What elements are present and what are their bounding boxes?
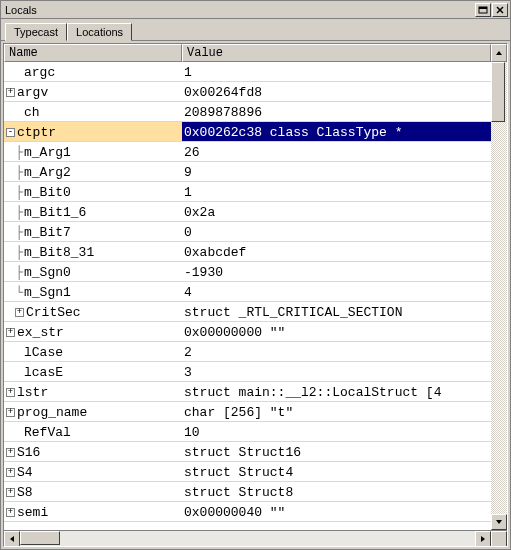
name-cell[interactable]: +lstr: [4, 382, 182, 401]
scroll-up-button[interactable]: [491, 44, 507, 62]
column-header-value[interactable]: Value: [182, 44, 491, 62]
tree-branch-icon: ├: [15, 225, 24, 240]
expand-icon[interactable]: +: [6, 508, 15, 517]
expand-icon[interactable]: +: [6, 328, 15, 337]
value-cell[interactable]: 0x00000000 "": [182, 322, 491, 341]
vscroll-thumb[interactable]: [491, 62, 505, 122]
expand-icon[interactable]: +: [6, 388, 15, 397]
value-cell[interactable]: 9: [182, 162, 491, 181]
table-row[interactable]: -ctptr0x00262c38 class ClassType *: [4, 122, 491, 142]
value-cell[interactable]: struct Struct8: [182, 482, 491, 501]
name-cell[interactable]: +S4: [4, 462, 182, 481]
value-cell[interactable]: 1: [182, 62, 491, 81]
value-cell[interactable]: 26: [182, 142, 491, 161]
table-row[interactable]: +S16struct Struct16: [4, 442, 491, 462]
value-cell[interactable]: 0x00264fd8: [182, 82, 491, 101]
name-cell[interactable]: +S8: [4, 482, 182, 501]
value-cell[interactable]: struct Struct4: [182, 462, 491, 481]
value-cell[interactable]: 1: [182, 182, 491, 201]
expand-icon[interactable]: +: [6, 408, 15, 417]
table-row[interactable]: +semi0x00000040 "": [4, 502, 491, 522]
name-cell[interactable]: +ex_str: [4, 322, 182, 341]
name-cell[interactable]: ch: [4, 102, 182, 121]
expand-icon[interactable]: +: [6, 448, 15, 457]
scroll-left-button[interactable]: [4, 531, 20, 547]
vertical-scrollbar[interactable]: [491, 62, 507, 530]
column-header-name[interactable]: Name: [4, 44, 182, 62]
table-row[interactable]: ├m_Bit8_310xabcdef: [4, 242, 491, 262]
tree-indent: [6, 425, 15, 440]
name-cell[interactable]: RefVal: [4, 422, 182, 441]
table-row[interactable]: ├m_Bit01: [4, 182, 491, 202]
value-cell[interactable]: 0x00262c38 class ClassType *: [182, 122, 491, 141]
name-cell[interactable]: ├m_Bit7: [4, 222, 182, 241]
expand-icon[interactable]: +: [6, 488, 15, 497]
table-row[interactable]: ch2089878896: [4, 102, 491, 122]
dock-button[interactable]: [475, 3, 491, 17]
table-row[interactable]: └m_Sgn14: [4, 282, 491, 302]
table-row[interactable]: lCase2: [4, 342, 491, 362]
name-cell[interactable]: ├m_Arg1: [4, 142, 182, 161]
value-cell[interactable]: 0xabcdef: [182, 242, 491, 261]
horizontal-scrollbar[interactable]: [4, 530, 507, 546]
table-row[interactable]: ├m_Arg126: [4, 142, 491, 162]
table-row[interactable]: +S8struct Struct8: [4, 482, 491, 502]
value-cell[interactable]: 4: [182, 282, 491, 301]
table-row[interactable]: +CritSecstruct _RTL_CRITICAL_SECTION: [4, 302, 491, 322]
scroll-down-button[interactable]: [491, 514, 507, 530]
table-row[interactable]: ├m_Sgn0-1930: [4, 262, 491, 282]
name-cell[interactable]: +semi: [4, 502, 182, 521]
name-cell[interactable]: ├m_Bit1_6: [4, 202, 182, 221]
name-cell[interactable]: ├m_Bit8_31: [4, 242, 182, 261]
name-cell[interactable]: ├m_Bit0: [4, 182, 182, 201]
tab-typecast[interactable]: Typecast: [5, 23, 67, 41]
name-cell[interactable]: +argv: [4, 82, 182, 101]
locals-panel: Locals Typecast Locations Name Value arg…: [0, 0, 511, 550]
table-row[interactable]: lcasE3: [4, 362, 491, 382]
value-cell[interactable]: 0x00000040 "": [182, 502, 491, 521]
value-cell[interactable]: 3: [182, 362, 491, 381]
value-cell[interactable]: 2089878896: [182, 102, 491, 121]
value-cell[interactable]: 2: [182, 342, 491, 361]
name-cell[interactable]: +S16: [4, 442, 182, 461]
expand-icon[interactable]: +: [6, 468, 15, 477]
table-row[interactable]: +prog_namechar [256] "t": [4, 402, 491, 422]
scroll-right-button[interactable]: [475, 531, 491, 547]
value-cell[interactable]: 0x2a: [182, 202, 491, 221]
value-cell[interactable]: struct main::__l2::LocalStruct [4: [182, 382, 491, 401]
value-cell[interactable]: char [256] "t": [182, 402, 491, 421]
table-row[interactable]: +lstrstruct main::__l2::LocalStruct [4: [4, 382, 491, 402]
name-cell[interactable]: ├m_Arg2: [4, 162, 182, 181]
name-cell[interactable]: ├m_Sgn0: [4, 262, 182, 281]
name-cell[interactable]: +prog_name: [4, 402, 182, 421]
tree-spacer: [15, 425, 24, 440]
value-cell[interactable]: 0: [182, 222, 491, 241]
name-cell[interactable]: lcasE: [4, 362, 182, 381]
name-cell[interactable]: -ctptr: [4, 122, 182, 141]
table-row[interactable]: ├m_Bit70: [4, 222, 491, 242]
table-row[interactable]: +ex_str0x00000000 "": [4, 322, 491, 342]
variable-name: ex_str: [17, 325, 64, 340]
value-cell[interactable]: 10: [182, 422, 491, 441]
table-row[interactable]: argc1: [4, 62, 491, 82]
table-row[interactable]: ├m_Arg29: [4, 162, 491, 182]
tab-locations[interactable]: Locations: [67, 23, 132, 41]
variables-grid: Name Value argc1+argv0x00264fd8 ch208987…: [3, 43, 508, 547]
close-button[interactable]: [492, 3, 508, 17]
tree-branch-icon: ├: [15, 205, 24, 220]
name-cell[interactable]: +CritSec: [4, 302, 182, 321]
value-cell[interactable]: struct Struct16: [182, 442, 491, 461]
collapse-icon[interactable]: -: [6, 128, 15, 137]
expand-icon[interactable]: +: [15, 308, 24, 317]
table-row[interactable]: +S4struct Struct4: [4, 462, 491, 482]
expand-icon[interactable]: +: [6, 88, 15, 97]
name-cell[interactable]: └m_Sgn1: [4, 282, 182, 301]
value-cell[interactable]: struct _RTL_CRITICAL_SECTION: [182, 302, 491, 321]
value-cell[interactable]: -1930: [182, 262, 491, 281]
table-row[interactable]: ├m_Bit1_60x2a: [4, 202, 491, 222]
name-cell[interactable]: argc: [4, 62, 182, 81]
table-row[interactable]: RefVal10: [4, 422, 491, 442]
name-cell[interactable]: lCase: [4, 342, 182, 361]
hscroll-thumb[interactable]: [20, 531, 60, 545]
table-row[interactable]: +argv0x00264fd8: [4, 82, 491, 102]
